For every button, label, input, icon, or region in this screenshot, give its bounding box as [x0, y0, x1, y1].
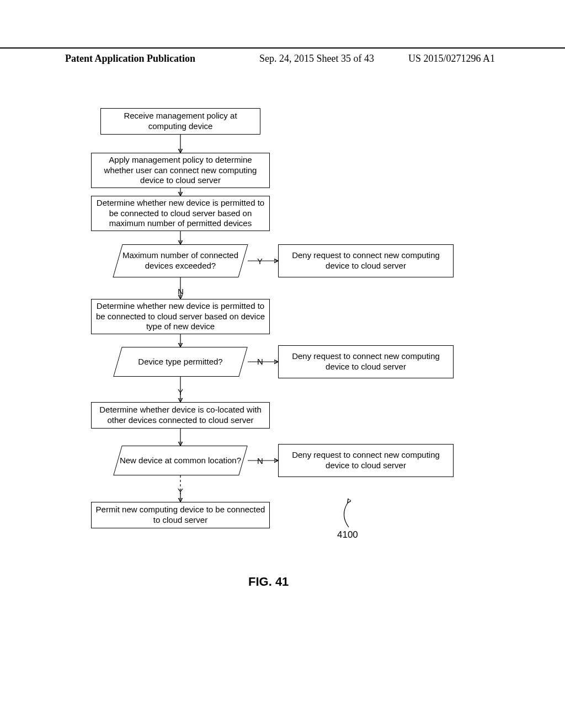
label-y-2: Y	[178, 387, 183, 397]
figure-label: FIG. 41	[248, 575, 289, 589]
deny-device-type: Deny request to connect new computing de…	[278, 345, 454, 378]
deny-location: Deny request to connect new computing de…	[278, 444, 454, 477]
label-n-1: N	[178, 287, 184, 296]
header-right: US 2015/0271296 A1	[408, 53, 495, 65]
decision-type-permitted-text: Device type permitted?	[138, 357, 222, 367]
decision-max-exceeded: Maximum number of connected devices exce…	[118, 244, 243, 277]
step-apply-policy: Apply management policy to determine whe…	[91, 153, 270, 188]
deny-max-exceeded: Deny request to connect new computing de…	[278, 244, 454, 277]
step-permit-device: Permit new computing device to be connec…	[91, 502, 270, 528]
label-y-1: Y	[257, 256, 263, 266]
page: Patent Application Publication Sep. 24, …	[0, 0, 565, 728]
header-center: Sep. 24, 2015 Sheet 35 of 43	[259, 53, 374, 65]
decision-common-location: New device at common location?	[118, 446, 243, 475]
decision-common-location-text: New device at common location?	[120, 456, 241, 466]
label-n-3: N	[257, 456, 263, 465]
step-check-colocated: Determine whether device is co-located w…	[91, 402, 270, 429]
label-y-3: Y	[178, 486, 183, 496]
page-header: Patent Application Publication Sep. 24, …	[0, 47, 565, 51]
header-left: Patent Application Publication	[65, 53, 195, 65]
ref-number: 4100	[337, 529, 358, 540]
step-receive-policy: Receive management policy at computing d…	[100, 108, 260, 135]
step-check-max-devices: Determine whether new device is permitte…	[91, 196, 270, 231]
label-n-2: N	[257, 357, 263, 366]
step-check-device-type: Determine whether new device is permitte…	[91, 299, 270, 334]
decision-max-exceeded-text: Maximum number of connected devices exce…	[118, 250, 243, 271]
decision-type-permitted: Device type permitted?	[118, 347, 243, 377]
